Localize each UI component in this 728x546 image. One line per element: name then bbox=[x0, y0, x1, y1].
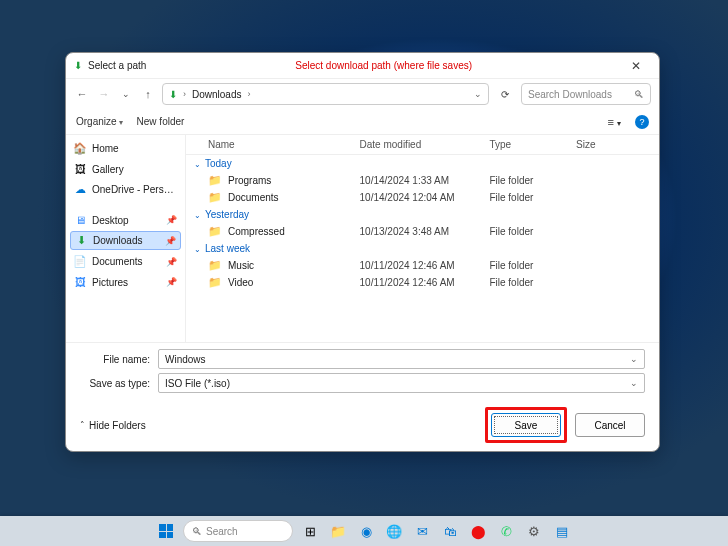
file-date: 10/13/2024 3:48 AM bbox=[360, 226, 490, 237]
column-size[interactable]: Size bbox=[576, 139, 641, 150]
column-headers[interactable]: Name Date modified Type Size bbox=[186, 135, 659, 155]
chevron-up-icon: ˄ bbox=[80, 420, 85, 430]
chevron-down-icon: ⌄ bbox=[194, 160, 201, 169]
column-name[interactable]: Name bbox=[208, 139, 360, 150]
filename-input[interactable]: Windows⌄ bbox=[158, 349, 645, 369]
recent-locations-button[interactable]: ⌄ bbox=[118, 89, 134, 99]
search-icon: 🔍︎ bbox=[192, 526, 202, 537]
file-date: 10/14/2024 1:33 AM bbox=[360, 175, 490, 186]
titlebar: ⬇ Select a path Select download path (wh… bbox=[66, 53, 659, 79]
file-name: Video bbox=[228, 277, 253, 288]
document-icon: 📄 bbox=[74, 255, 86, 268]
search-icon: 🔍︎ bbox=[634, 89, 644, 100]
pin-icon: 📌 bbox=[166, 215, 177, 225]
gallery-icon: 🖼 bbox=[74, 163, 86, 175]
pin-icon: 📌 bbox=[166, 277, 177, 287]
search-input[interactable]: Search Downloads 🔍︎ bbox=[521, 83, 651, 105]
download-icon: ⬇ bbox=[74, 60, 82, 71]
sidebar-item-gallery[interactable]: 🖼Gallery bbox=[66, 160, 185, 178]
whatsapp-icon[interactable]: ✆ bbox=[495, 520, 517, 542]
chrome-icon[interactable]: 🌐 bbox=[383, 520, 405, 542]
address-bar[interactable]: ⬇ › Downloads › ⌄ bbox=[162, 83, 489, 105]
file-type: File folder bbox=[489, 277, 576, 288]
organize-button[interactable]: Organize▾ bbox=[76, 116, 123, 127]
taskbar[interactable]: 🔍︎Search ⊞ 📁 ◉ 🌐 ✉ 🛍 ⬤ ✆ ⚙ ▤ bbox=[0, 516, 728, 546]
column-type[interactable]: Type bbox=[489, 139, 576, 150]
new-folder-button[interactable]: New folder bbox=[137, 116, 185, 127]
cancel-button[interactable]: Cancel bbox=[575, 413, 645, 437]
dropdown-icon[interactable]: ⌄ bbox=[474, 89, 482, 99]
file-row[interactable]: 📁Video10/11/2024 12:46 AMFile folder bbox=[186, 274, 659, 291]
sidebar-item-downloads[interactable]: ⬇Downloads📌 bbox=[70, 231, 181, 250]
hide-folders-button[interactable]: ˄Hide Folders bbox=[80, 420, 146, 431]
folder-icon: 📁 bbox=[208, 276, 222, 289]
pin-icon: 📌 bbox=[166, 257, 177, 267]
file-list-pane: Name Date modified Type Size ⌄Today📁Prog… bbox=[186, 135, 659, 342]
chevron-down-icon: ▾ bbox=[119, 118, 123, 127]
close-button[interactable]: ✕ bbox=[621, 59, 651, 73]
file-row[interactable]: 📁Programs10/14/2024 1:33 AMFile folder bbox=[186, 172, 659, 189]
chevron-right-icon: › bbox=[183, 89, 186, 99]
sidebar: 🏠Home 🖼Gallery ☁OneDrive - Pers… 🖥Deskto… bbox=[66, 135, 186, 342]
chevron-down-icon[interactable]: ⌄ bbox=[630, 378, 638, 388]
search-placeholder: Search Downloads bbox=[528, 89, 612, 100]
save-button[interactable]: Save bbox=[491, 413, 561, 437]
edge-icon[interactable]: ◉ bbox=[355, 520, 377, 542]
settings-icon[interactable]: ⚙ bbox=[523, 520, 545, 542]
folder-icon: 📁 bbox=[208, 259, 222, 272]
sidebar-item-pictures[interactable]: 🖼Pictures📌 bbox=[66, 273, 185, 291]
refresh-button[interactable]: ⟳ bbox=[495, 89, 515, 100]
location-text: Downloads bbox=[192, 89, 241, 100]
view-options-button[interactable]: ≡ ▾ bbox=[608, 116, 621, 128]
help-button[interactable]: ? bbox=[635, 115, 649, 129]
file-row[interactable]: 📁Compressed10/13/2024 3:48 AMFile folder bbox=[186, 223, 659, 240]
file-type: File folder bbox=[489, 175, 576, 186]
dialog-footer: ˄Hide Folders Save Cancel bbox=[66, 399, 659, 451]
folder-icon: 📁 bbox=[208, 191, 222, 204]
taskbar-search[interactable]: 🔍︎Search bbox=[183, 520, 293, 542]
sidebar-item-documents[interactable]: 📄Documents📌 bbox=[66, 252, 185, 271]
app-icon[interactable]: ⬤ bbox=[467, 520, 489, 542]
pictures-icon: 🖼 bbox=[74, 276, 86, 288]
chevron-down-icon: ⌄ bbox=[194, 245, 201, 254]
pin-icon: 📌 bbox=[165, 236, 176, 246]
file-type: File folder bbox=[489, 260, 576, 271]
mail-icon[interactable]: ✉ bbox=[411, 520, 433, 542]
forward-button[interactable]: → bbox=[96, 88, 112, 100]
sidebar-item-onedrive[interactable]: ☁OneDrive - Pers… bbox=[66, 180, 185, 199]
group-header[interactable]: ⌄Last week bbox=[186, 240, 659, 257]
home-icon: 🏠 bbox=[74, 142, 86, 155]
app-icon[interactable]: ▤ bbox=[551, 520, 573, 542]
dialog-title: Select a path bbox=[88, 60, 146, 71]
task-view-button[interactable]: ⊞ bbox=[299, 520, 321, 542]
folder-icon: 📁 bbox=[208, 225, 222, 238]
store-icon[interactable]: 🛍 bbox=[439, 520, 461, 542]
file-name: Compressed bbox=[228, 226, 285, 237]
file-row[interactable]: 📁Documents10/14/2024 12:04 AMFile folder bbox=[186, 189, 659, 206]
folder-icon: 📁 bbox=[208, 174, 222, 187]
chevron-down-icon[interactable]: ⌄ bbox=[630, 354, 638, 364]
group-header[interactable]: ⌄Today bbox=[186, 155, 659, 172]
toolbar: Organize▾ New folder ≡ ▾ ? bbox=[66, 109, 659, 135]
windows-logo-icon bbox=[159, 524, 173, 538]
group-header[interactable]: ⌄Yesterday bbox=[186, 206, 659, 223]
cloud-icon: ☁ bbox=[74, 183, 86, 196]
file-name: Documents bbox=[228, 192, 279, 203]
file-row[interactable]: 📁Music10/11/2024 12:46 AMFile folder bbox=[186, 257, 659, 274]
sidebar-item-desktop[interactable]: 🖥Desktop📌 bbox=[66, 211, 185, 229]
nav-row: ← → ⌄ ↑ ⬇ › Downloads › ⌄ ⟳ Search Downl… bbox=[66, 79, 659, 109]
up-button[interactable]: ↑ bbox=[140, 88, 156, 100]
download-icon: ⬇ bbox=[75, 234, 87, 247]
explorer-icon[interactable]: 📁 bbox=[327, 520, 349, 542]
back-button[interactable]: ← bbox=[74, 88, 90, 100]
annotation-text: Select download path (where file saves) bbox=[146, 60, 621, 71]
file-type: File folder bbox=[489, 192, 576, 203]
download-folder-icon: ⬇ bbox=[169, 89, 177, 100]
file-date: 10/11/2024 12:46 AM bbox=[360, 260, 490, 271]
sidebar-item-home[interactable]: 🏠Home bbox=[66, 139, 185, 158]
savetype-select[interactable]: ISO File (*.iso)⌄ bbox=[158, 373, 645, 393]
chevron-down-icon: ⌄ bbox=[194, 211, 201, 220]
column-date[interactable]: Date modified bbox=[360, 139, 490, 150]
file-date: 10/11/2024 12:46 AM bbox=[360, 277, 490, 288]
start-button[interactable] bbox=[155, 520, 177, 542]
